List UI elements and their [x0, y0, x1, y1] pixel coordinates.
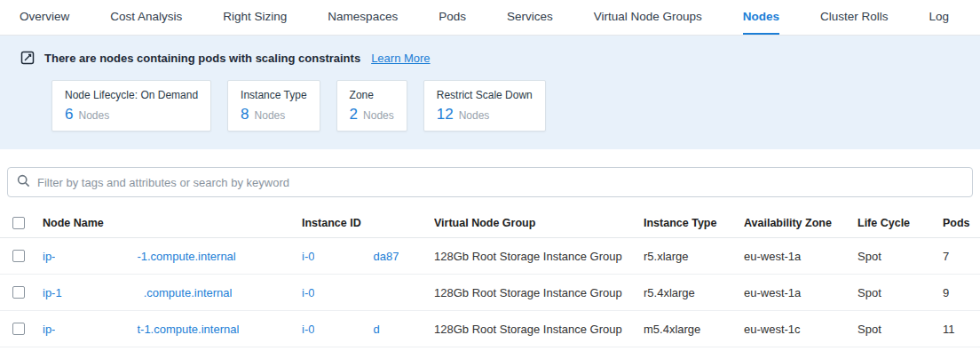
row-checkbox[interactable] — [12, 250, 25, 262]
card-label: Instance Type — [241, 89, 307, 101]
card-unit: Nodes — [78, 109, 109, 122]
instance-id-link[interactable]: da87 — [373, 250, 399, 263]
table-row: ip- -1.compute.internal i-0 da87 128Gb R… — [0, 238, 980, 275]
banner-message: There are nodes containing pods with sca… — [44, 52, 360, 65]
instance-id-link[interactable]: i-0 — [302, 323, 314, 336]
col-pods: Pods — [943, 217, 980, 229]
instance-id-link[interactable]: d — [373, 323, 379, 336]
nodes-table: Node Name Instance ID Virtual Node Group… — [0, 208, 980, 347]
tab-cost-analysis[interactable]: Cost Analysis — [110, 0, 182, 35]
life-cycle-cell: Spot — [858, 250, 943, 263]
search-box — [7, 167, 973, 197]
tab-nodes[interactable]: Nodes — [743, 0, 779, 35]
life-cycle-cell: Spot — [858, 323, 943, 336]
tab-pods[interactable]: Pods — [439, 0, 466, 35]
pods-cell: 11 — [943, 323, 980, 336]
card-zone[interactable]: Zone 2 Nodes — [336, 80, 407, 132]
node-name-link[interactable]: ip- — [43, 323, 55, 336]
row-checkbox[interactable] — [12, 323, 25, 335]
card-instance-type[interactable]: Instance Type 8 Nodes — [227, 80, 320, 132]
col-virtual-node-group: Virtual Node Group — [434, 217, 644, 229]
availability-zone-cell: eu-west-1a — [744, 250, 858, 263]
scaling-constraints-banner: There are nodes containing pods with sca… — [0, 36, 980, 149]
select-all-checkbox[interactable] — [12, 217, 25, 229]
learn-more-link[interactable]: Learn More — [371, 52, 430, 65]
instance-id-link[interactable]: i-0 — [302, 286, 314, 299]
col-node-name: Node Name — [43, 217, 302, 229]
col-instance-id: Instance ID — [302, 217, 434, 229]
search-input[interactable] — [37, 176, 963, 189]
col-life-cycle: Life Cycle — [858, 217, 943, 229]
card-restrict-scale-down[interactable]: Restrict Scale Down 12 Nodes — [423, 80, 546, 132]
col-availability-zone: Availability Zone — [744, 217, 858, 229]
tab-right-sizing[interactable]: Right Sizing — [223, 0, 287, 35]
search-icon — [17, 174, 30, 190]
card-value: 6 — [65, 106, 73, 124]
table-header-row: Node Name Instance ID Virtual Node Group… — [0, 208, 980, 238]
constraint-cards: Node Lifecycle: On Demand 6 Nodes Instan… — [51, 80, 960, 132]
tab-cluster-rolls[interactable]: Cluster Rolls — [820, 0, 889, 35]
tab-virtual-node-groups[interactable]: Virtual Node Groups — [594, 0, 702, 35]
card-unit: Nodes — [363, 109, 394, 122]
card-label: Restrict Scale Down — [437, 89, 533, 101]
pods-cell: 9 — [943, 286, 980, 299]
card-label: Zone — [350, 89, 394, 101]
scaling-constraint-icon — [20, 50, 36, 66]
pods-cell: 7 — [943, 250, 980, 263]
instance-id-link[interactable]: i-0 — [302, 250, 314, 263]
node-name-link[interactable]: .compute.internal — [144, 286, 233, 299]
card-unit: Nodes — [255, 109, 286, 122]
node-name-link[interactable]: ip- — [43, 250, 55, 263]
vng-cell: 128Gb Root Storage Instance Group — [434, 323, 644, 336]
card-node-lifecycle[interactable]: Node Lifecycle: On Demand 6 Nodes — [51, 80, 211, 132]
card-value: 2 — [350, 106, 358, 124]
tab-services[interactable]: Services — [507, 0, 553, 35]
col-instance-type: Instance Type — [644, 217, 744, 229]
node-name-link[interactable]: ip-1 — [43, 286, 62, 299]
card-label: Node Lifecycle: On Demand — [65, 89, 198, 101]
instance-type-cell: r5.4xlarge — [644, 286, 744, 299]
instance-type-cell: r5.xlarge — [644, 250, 744, 263]
card-value: 8 — [241, 106, 249, 124]
node-name-link[interactable]: -1.compute.internal — [137, 250, 235, 263]
card-unit: Nodes — [459, 109, 490, 122]
life-cycle-cell: Spot — [858, 286, 943, 299]
vng-cell: 128Gb Root Storage Instance Group — [434, 250, 644, 263]
vng-cell: 128Gb Root Storage Instance Group — [434, 286, 644, 299]
table-row: ip-1 .compute.internal i-0 128Gb Root St… — [0, 275, 980, 311]
availability-zone-cell: eu-west-1c — [744, 323, 858, 336]
tab-overview[interactable]: Overview — [20, 0, 69, 35]
availability-zone-cell: eu-west-1a — [744, 286, 858, 299]
instance-type-cell: m5.4xlarge — [644, 323, 744, 336]
node-name-link[interactable]: t-1.compute.internal — [137, 323, 239, 336]
card-value: 12 — [437, 106, 454, 124]
tab-log[interactable]: Log — [929, 0, 950, 35]
table-row: ip- t-1.compute.internal i-0 d 128Gb Roo… — [0, 311, 980, 347]
tab-bar: Overview Cost Analysis Right Sizing Name… — [0, 0, 980, 36]
tab-namespaces[interactable]: Namespaces — [328, 0, 398, 35]
row-checkbox[interactable] — [12, 286, 25, 299]
